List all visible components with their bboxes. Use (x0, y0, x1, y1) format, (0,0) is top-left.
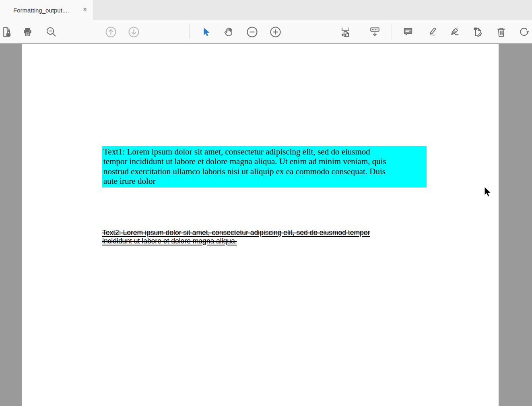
fit-width-button[interactable] (338, 25, 352, 39)
tab-title: Formatting_output.... (13, 7, 69, 14)
comment-button[interactable] (401, 25, 415, 39)
arrow-down-circle-icon (128, 26, 140, 38)
edit-pdf-button[interactable] (471, 25, 485, 39)
previous-page-button[interactable] (104, 25, 118, 39)
find-button[interactable] (44, 25, 58, 39)
pdf-page[interactable]: Text1: Lorem ipsum dolor sit amet, conse… (22, 44, 499, 406)
text1-line: nostrud exercitation ullamco laboris nis… (103, 167, 427, 176)
minus-circle-icon (246, 26, 258, 38)
search-icon (45, 26, 57, 37)
text1-line: Text1: Lorem ipsum dolor sit amet, conse… (103, 147, 427, 157)
plus-circle-icon (269, 26, 282, 38)
document-viewport: Text1: Lorem ipsum dolor sit amet, conse… (0, 44, 532, 406)
next-page-button[interactable] (127, 25, 140, 39)
select-tool-button[interactable] (199, 25, 212, 39)
zoom-out-button[interactable] (245, 25, 259, 39)
hide-toolbar-icon (369, 26, 381, 38)
hand-icon (223, 26, 235, 37)
trash-icon (495, 26, 507, 38)
print-button[interactable] (21, 25, 34, 39)
arrow-up-circle-icon (105, 26, 117, 38)
toolbar: / 1 100% (0, 20, 532, 43)
highlight-button[interactable] (425, 25, 439, 39)
pdf-viewer-window: Formatting_output.... × (0, 0, 532, 406)
hand-tool-button[interactable] (222, 25, 236, 39)
tab-close-icon[interactable]: × (80, 5, 89, 14)
edit-document-icon (472, 26, 483, 37)
strikethrough-underline-text-annotation[interactable]: Text2: Lorem ipsum dolor sit amet, conse… (102, 229, 412, 245)
delete-button[interactable] (494, 25, 508, 39)
document-lock-button[interactable] (0, 25, 13, 39)
rotate-button[interactable] (517, 25, 531, 39)
tab-bar: Formatting_output.... × (0, 0, 532, 20)
fill-sign-button[interactable] (448, 25, 462, 39)
fit-width-icon (340, 26, 351, 38)
highlighter-icon (426, 26, 437, 37)
print-icon (22, 27, 33, 37)
highlighted-text-annotation[interactable]: Text1: Lorem ipsum dolor sit amet, conse… (102, 146, 427, 188)
toolbar-divider (189, 25, 190, 39)
document-lock-icon (1, 27, 12, 37)
zoom-in-button[interactable] (268, 25, 282, 39)
text1-line: aute irure dolor (103, 176, 427, 186)
fountain-pen-icon (449, 26, 460, 37)
text2-line: Text2: Lorem ipsum dolor sit amet, conse… (102, 229, 412, 237)
mouse-cursor-icon (484, 186, 492, 198)
toolbar-divider (392, 25, 392, 39)
comment-icon (402, 26, 414, 37)
document-tab[interactable]: Formatting_output.... × (0, 0, 93, 20)
text1-line: tempor incididunt ut labore et dolore ma… (103, 157, 427, 166)
hide-toolbar-button[interactable] (368, 25, 381, 39)
text2-line: incididunt ut labore et dolore magna ali… (102, 237, 412, 245)
pointer-icon (200, 27, 211, 37)
rotate-icon (518, 26, 530, 38)
